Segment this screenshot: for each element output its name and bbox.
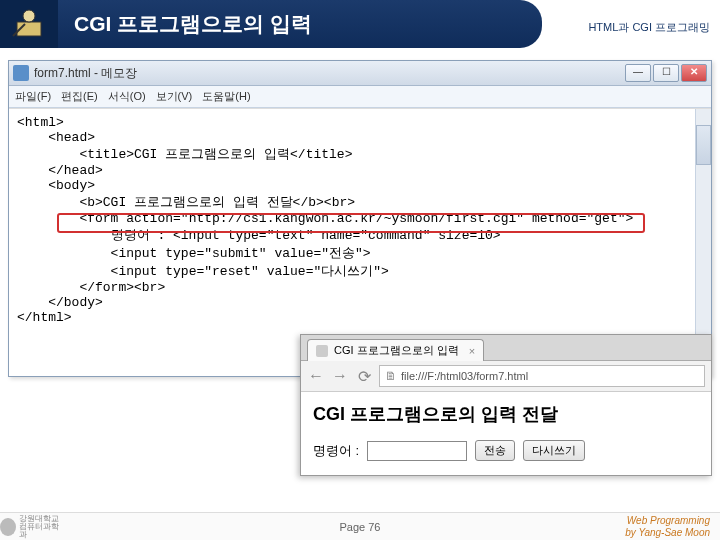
window-buttons: — ☐ ✕ bbox=[625, 64, 707, 82]
code-line: </html> bbox=[17, 310, 72, 325]
menu-edit[interactable]: 편집(E) bbox=[61, 89, 98, 104]
code-line: <head> bbox=[17, 130, 95, 145]
code-line: <input type="reset" value="다시쓰기"> bbox=[17, 264, 389, 279]
logo-icon bbox=[0, 518, 16, 536]
back-icon[interactable]: ← bbox=[307, 367, 325, 385]
menu-help[interactable]: 도움말(H) bbox=[202, 89, 250, 104]
form-label: 명령어 : bbox=[313, 442, 359, 460]
menu-view[interactable]: 보기(V) bbox=[156, 89, 193, 104]
code-line: </form><br> bbox=[17, 280, 165, 295]
code-line: <input type="submit" value="전송"> bbox=[17, 246, 371, 261]
menu-file[interactable]: 파일(F) bbox=[15, 89, 51, 104]
notepad-title: form7.html - 메모장 bbox=[34, 65, 625, 82]
slide-footer: 강원대학교 컴퓨터과학과 Page 76 Web Programming by … bbox=[0, 512, 720, 540]
url-text: file:///F:/html03/form7.html bbox=[401, 370, 528, 382]
university-logo: 강원대학교 컴퓨터과학과 bbox=[0, 515, 60, 539]
browser-tabbar: CGI 프로그램으로의 입력 × bbox=[301, 335, 711, 361]
header-icon bbox=[0, 0, 58, 48]
notepad-titlebar: form7.html - 메모장 — ☐ ✕ bbox=[9, 61, 711, 86]
browser-window: CGI 프로그램으로의 입력 × ← → ⟳ 🗎 file:///F:/html… bbox=[300, 334, 712, 476]
code-line: </head> bbox=[17, 163, 103, 178]
submit-button[interactable]: 전송 bbox=[475, 440, 515, 461]
scroll-thumb[interactable] bbox=[696, 125, 711, 165]
credit: Web Programming by Yang-Sae Moon bbox=[625, 515, 710, 539]
notepad-menubar: 파일(F) 편집(E) 서식(O) 보기(V) 도움말(H) bbox=[9, 86, 711, 108]
favicon-icon bbox=[316, 345, 328, 357]
code-line: </body> bbox=[17, 295, 103, 310]
svg-rect-1 bbox=[23, 10, 35, 22]
code-line: <title>CGI 프로그램으로의 입력</title> bbox=[17, 147, 352, 162]
reload-icon[interactable]: ⟳ bbox=[355, 367, 373, 386]
minimize-button[interactable]: — bbox=[625, 64, 651, 82]
page-heading: CGI 프로그램으로의 입력 전달 bbox=[313, 402, 699, 426]
page-number: Page 76 bbox=[340, 521, 381, 533]
browser-content: CGI 프로그램으로의 입력 전달 명령어 : 전송 다시쓰기 bbox=[301, 392, 711, 475]
code-line: <html> bbox=[17, 115, 64, 130]
command-input[interactable] bbox=[367, 441, 467, 461]
tab-close-icon[interactable]: × bbox=[469, 345, 475, 357]
notepad-window: form7.html - 메모장 — ☐ ✕ 파일(F) 편집(E) 서식(O)… bbox=[8, 60, 712, 377]
slide-header: CGI 프로그램으로의 입력 HTML과 CGI 프로그래밍 bbox=[0, 0, 720, 48]
browser-tab[interactable]: CGI 프로그램으로의 입력 × bbox=[307, 339, 484, 361]
browser-toolbar: ← → ⟳ 🗎 file:///F:/html03/form7.html bbox=[301, 361, 711, 392]
file-icon: 🗎 bbox=[385, 369, 397, 383]
reset-button[interactable]: 다시쓰기 bbox=[523, 440, 585, 461]
menu-format[interactable]: 서식(O) bbox=[108, 89, 146, 104]
logo-text: 강원대학교 컴퓨터과학과 bbox=[19, 515, 60, 539]
maximize-button[interactable]: ☐ bbox=[653, 64, 679, 82]
slide-title: CGI 프로그램으로의 입력 bbox=[58, 0, 542, 48]
code-line: <b>CGI 프로그램으로의 입력 전달</b><br> bbox=[17, 195, 355, 210]
code-line: <body> bbox=[17, 178, 95, 193]
tab-title: CGI 프로그램으로의 입력 bbox=[334, 343, 459, 358]
cgi-form: 명령어 : 전송 다시쓰기 bbox=[313, 440, 699, 461]
close-button[interactable]: ✕ bbox=[681, 64, 707, 82]
forward-icon[interactable]: → bbox=[331, 367, 349, 385]
highlight-annotation bbox=[57, 213, 645, 233]
notepad-app-icon bbox=[13, 65, 29, 81]
url-bar[interactable]: 🗎 file:///F:/html03/form7.html bbox=[379, 365, 705, 387]
slide-subtitle: HTML과 CGI 프로그래밍 bbox=[588, 20, 710, 35]
